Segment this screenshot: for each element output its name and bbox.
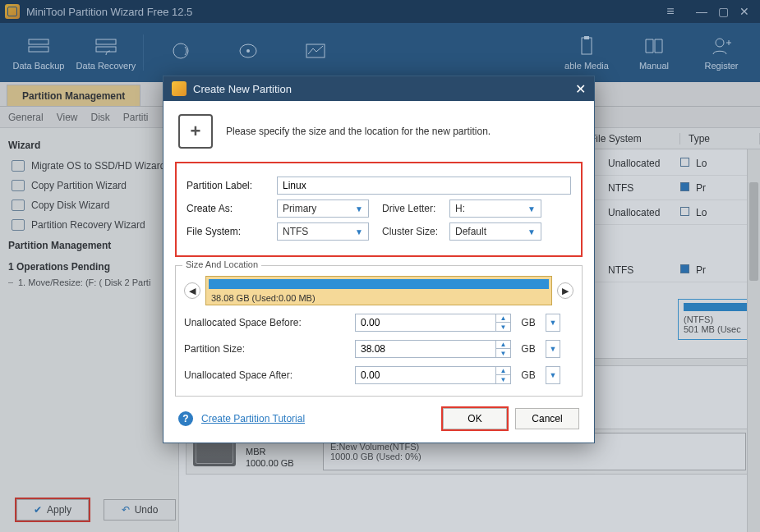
ok-button[interactable]: OK: [443, 408, 507, 429]
slider-right-button[interactable]: ▶: [557, 282, 573, 299]
cluster-select[interactable]: Default▼: [449, 222, 541, 241]
slider-fill: [209, 279, 549, 289]
space-after-label: Unallocated Space After:: [184, 369, 348, 381]
dialog-logo: [172, 81, 187, 96]
space-after-field[interactable]: [356, 369, 495, 381]
size-location-box: Size And Location ◀ 38.08 GB (Used:0.00 …: [175, 265, 583, 397]
slider-text: 38.08 GB (Used:0.00 MB): [206, 291, 551, 305]
tutorial-link[interactable]: Create Partition Tutorial: [201, 413, 305, 424]
chevron-down-icon: ▼: [355, 204, 363, 213]
drive-letter-label: Drive Letter:: [375, 203, 443, 214]
plus-box-icon: +: [178, 114, 213, 149]
slider-left-button[interactable]: ◀: [184, 282, 200, 299]
unit-label: GB: [518, 343, 539, 355]
chevron-down-icon: ▼: [527, 227, 536, 236]
unit-label: GB: [518, 317, 539, 328]
partition-form: Partition Label: Create As: Primary▼ Dri…: [175, 162, 583, 257]
dialog-close-icon[interactable]: ✕: [575, 81, 586, 97]
help-icon[interactable]: ?: [178, 411, 193, 426]
space-after-input[interactable]: ▲▼: [355, 366, 511, 384]
space-before-label: Unallocated Space Before:: [184, 317, 348, 328]
spin-up-icon[interactable]: ▲: [495, 367, 510, 375]
chevron-down-icon: ▼: [527, 204, 536, 213]
partition-label-label: Partition Label:: [187, 180, 270, 191]
spin-down-icon[interactable]: ▼: [495, 349, 510, 357]
partition-size-slider[interactable]: 38.08 GB (Used:0.00 MB): [205, 276, 552, 305]
partition-size-input[interactable]: ▲▼: [355, 340, 511, 358]
drive-letter-select[interactable]: H:▼: [449, 200, 541, 218]
partition-size-label: Partition Size:: [184, 343, 348, 355]
unit-select[interactable]: ▼: [546, 314, 560, 332]
drive-letter-value: H:: [455, 203, 465, 214]
unit-select[interactable]: ▼: [546, 366, 560, 384]
cluster-label: Cluster Size:: [375, 226, 443, 237]
dialog-title: Create New Partition: [193, 83, 292, 95]
spin-down-icon[interactable]: ▼: [495, 323, 510, 331]
spin-down-icon[interactable]: ▼: [495, 375, 510, 383]
filesystem-label: File System:: [187, 226, 270, 237]
spin-up-icon[interactable]: ▲: [495, 341, 510, 349]
cancel-button[interactable]: Cancel: [515, 408, 579, 429]
unit-select[interactable]: ▼: [546, 340, 560, 358]
unit-label: GB: [518, 369, 539, 381]
partition-label-input[interactable]: [277, 177, 571, 195]
create-as-value: Primary: [283, 203, 316, 214]
spin-up-icon[interactable]: ▲: [495, 314, 510, 323]
dialog-hint: Please specify the size and the location…: [226, 126, 491, 137]
size-location-legend: Size And Location: [182, 259, 261, 269]
cluster-value: Default: [455, 226, 486, 237]
filesystem-select[interactable]: NTFS▼: [277, 222, 369, 241]
create-as-label: Create As:: [187, 203, 270, 214]
space-before-field[interactable]: [356, 317, 495, 328]
partition-size-field[interactable]: [356, 343, 495, 355]
filesystem-value: NTFS: [283, 226, 308, 237]
space-before-input[interactable]: ▲▼: [355, 314, 511, 332]
create-partition-dialog: Create New Partition ✕ + Please specify …: [163, 76, 595, 443]
create-as-select[interactable]: Primary▼: [277, 200, 369, 218]
chevron-down-icon: ▼: [355, 227, 363, 236]
